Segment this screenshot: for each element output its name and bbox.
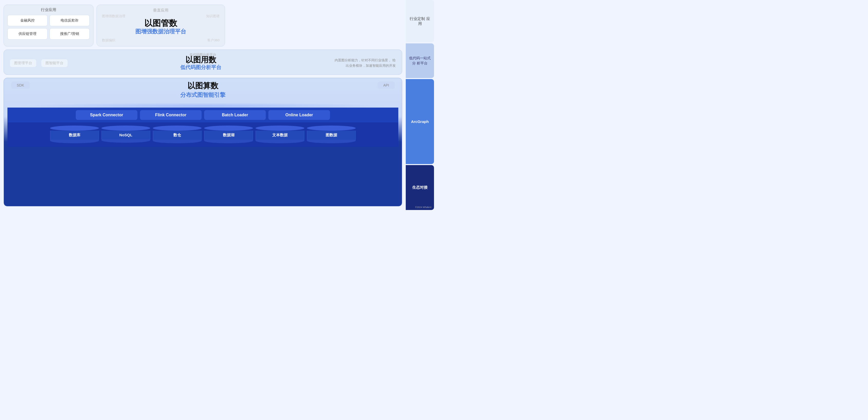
sidebar-arcgraph: ArcGraph: [406, 79, 434, 164]
connector-spark: Spark Connector: [76, 110, 137, 120]
cyl-body-4: 文本数据: [255, 131, 304, 140]
vertical-row2-left: 数据编织: [102, 38, 115, 43]
sidebar: 行业定制 应用 低代码一站式分 析平台 ArcGraph 生态对接: [406, 0, 434, 210]
vertical-box: 垂直应用 图增强数据治理 知识图谱 以图管数 图增强数据治理平台 数据编织 客户…: [97, 5, 225, 46]
middle-platform-label: 低代码图分析平台: [189, 52, 216, 57]
vertical-title-small: 垂直应用: [102, 8, 220, 13]
industry-item-supply: 供应链管理: [7, 28, 48, 39]
cyl-body-5: 图数据: [307, 131, 356, 140]
datasources-row: 数据库 NoSQL 数仓 数据湖: [7, 123, 398, 147]
industry-grid: 金融风控 电信反欺诈 供应链管理 搜推广/营销: [7, 15, 90, 39]
cyl-bot-2: [153, 140, 202, 143]
cyl-bot-0: [50, 140, 99, 143]
ds-lake: 数据湖: [204, 126, 253, 143]
bottom-row: SDK 以图算数 分布式图智能引擎 API Spark Connector Fl…: [4, 78, 402, 206]
cyl-top-2: [153, 126, 202, 131]
industry-box: 行业应用 金融风控 电信反欺诈 供应链管理 搜推广/营销: [4, 5, 93, 46]
industry-item-telecom: 电信反欺诈: [50, 15, 90, 26]
vertical-row2-right: 客户360: [207, 38, 220, 43]
engine-area: SDK 以图算数 分布式图智能引擎 API: [7, 80, 398, 100]
connector-batch: Batch Loader: [204, 110, 266, 120]
cyl-body-0: 数据库: [50, 131, 99, 140]
industry-item-marketing: 搜推广/营销: [50, 28, 90, 39]
cyl-bot-4: [255, 140, 304, 143]
copyright-text: ©2024 WhaleAI: [415, 206, 431, 208]
cyl-top-5: [307, 126, 356, 131]
sidebar-eco: 生态对接: [406, 165, 434, 210]
cyl-bot-1: [101, 139, 150, 143]
ds-graph: 图数据: [307, 126, 356, 143]
middle-right-desc: 内置图分析能力，针对不同行业场景， 给出业务模块，加速智能应用的开发: [334, 58, 396, 69]
cyl-top-1: [101, 126, 150, 131]
sdk-label: SDK: [11, 82, 30, 89]
middle-left1: 图管理平台: [10, 59, 36, 67]
cyl-body-3: 数据湖: [204, 131, 253, 140]
connectors-row: Spark Connector Flink Connector Batch Lo…: [7, 107, 398, 123]
cyl-body-1: NoSQL: [101, 131, 150, 139]
sidebar-lowcode: 低代码一站式分 析平台: [406, 43, 434, 78]
vertical-row1-right: 知识图谱: [206, 14, 220, 19]
industry-item-finance: 金融风控: [7, 15, 48, 26]
middle-row: 低代码图分析平台 图管理平台 图智能平台 以图用数 低代码图分析平台 内置图分析…: [4, 50, 402, 75]
connector-flink: Flink Connector: [140, 110, 202, 120]
middle-sub-title: 低代码图分析平台: [73, 64, 329, 71]
cyl-body-2: 数仓: [153, 131, 202, 140]
engine-glow: [15, 100, 391, 107]
vertical-sub-title: 图增强数据治理平台: [102, 28, 220, 35]
industry-title: 行业应用: [7, 7, 90, 12]
ds-nosql: NoSQL: [101, 126, 150, 143]
engine-titles: 以图算数 分布式图智能引擎: [180, 80, 225, 99]
vertical-row1-left: 图增强数据治理: [102, 14, 125, 19]
ds-dw: 数仓: [153, 126, 202, 143]
vertical-main-title: 以图管数: [102, 19, 220, 27]
cyl-bot-3: [204, 140, 253, 143]
engine-sub-title: 分布式图智能引擎: [180, 91, 225, 99]
cyl-top-4: [255, 126, 304, 131]
connector-online: Online Loader: [268, 110, 330, 120]
cyl-top-0: [50, 126, 99, 131]
cyl-bot-5: [307, 140, 356, 143]
ds-text: 文本数据: [255, 126, 304, 143]
ds-database: 数据库: [50, 126, 99, 143]
api-label: API: [377, 82, 395, 89]
top-row: 行业应用 金融风控 电信反欺诈 供应链管理 搜推广/营销 垂直应用 图增强数据治…: [4, 5, 402, 46]
cyl-top-3: [204, 126, 253, 131]
engine-main-title: 以图算数: [180, 80, 225, 91]
middle-left2: 图智能平台: [41, 59, 67, 67]
sidebar-industry: 行业定制 应用: [406, 0, 434, 42]
